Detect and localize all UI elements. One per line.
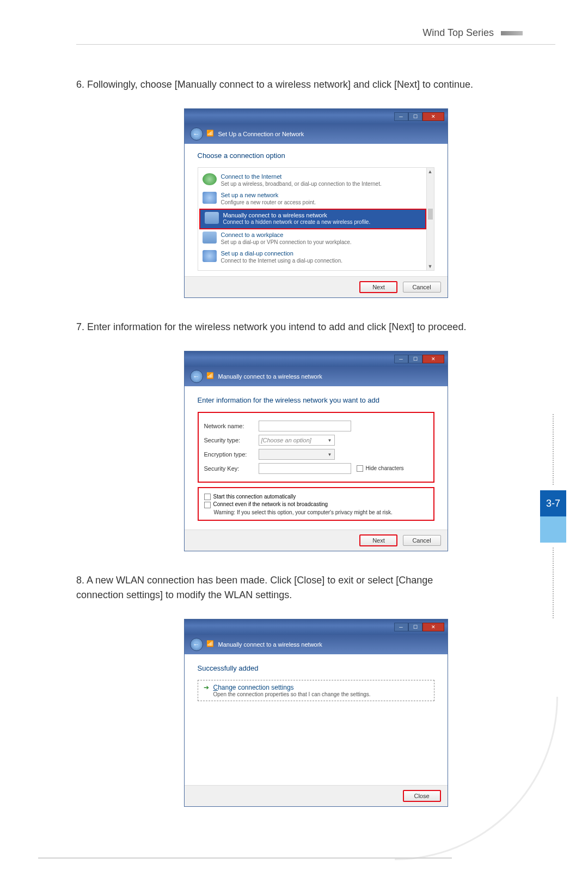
option-setup-network[interactable]: Set up a new network Configure a new rou…: [198, 190, 434, 208]
minimize-button[interactable]: ─: [394, 112, 408, 121]
check-auto-connect[interactable]: Start this connection automatically: [204, 494, 428, 500]
back-button[interactable]: ←: [190, 370, 203, 383]
option-title: Connect to a workplace: [221, 232, 352, 239]
label-network-name: Network name:: [204, 423, 259, 429]
wizard-title: Set Up a Connection or Network: [218, 131, 304, 137]
chevron-down-icon: ▼: [328, 452, 332, 457]
workplace-icon: [203, 232, 217, 244]
encryption-type-select[interactable]: ▼: [259, 449, 335, 460]
window-controls: ─ ☐ ✕: [394, 355, 444, 363]
window-titlebar: ─ ☐ ✕: [185, 351, 448, 367]
scroll-thumb[interactable]: [428, 209, 433, 220]
close-button-action[interactable]: Close: [403, 790, 441, 802]
maximize-button[interactable]: ☐: [408, 355, 422, 363]
step-6-num: 6.: [76, 79, 84, 90]
security-key-input[interactable]: [259, 463, 351, 474]
page-header: Wind Top Series: [0, 0, 588, 44]
page-number-tab: 3-7: [540, 490, 566, 516]
option-title: Set up a new network: [221, 192, 316, 199]
option-title: Set up a dial-up connection: [221, 250, 342, 258]
maximize-button[interactable]: ☐: [408, 112, 422, 121]
page-tab-accent: [540, 516, 566, 543]
wizard-title: Manually connect to a wireless network: [218, 373, 322, 380]
next-button[interactable]: Next: [359, 534, 397, 546]
minimize-button[interactable]: ─: [394, 623, 408, 631]
dialup-icon: [203, 250, 217, 262]
series-title: Wind Top Series: [422, 27, 494, 38]
minimize-button[interactable]: ─: [394, 355, 408, 363]
option-connect-internet[interactable]: Connect to the Internet Set up a wireles…: [198, 171, 434, 190]
arrow-right-icon: ➔: [204, 684, 209, 691]
router-icon: [203, 192, 217, 204]
scrollbar[interactable]: ▲ ▼: [426, 168, 434, 270]
step-7-num: 7.: [76, 321, 84, 332]
button-row: Close: [185, 785, 448, 806]
cancel-button[interactable]: Cancel: [403, 535, 441, 546]
next-button[interactable]: Next: [359, 281, 397, 293]
close-button[interactable]: ✕: [422, 112, 444, 121]
option-desc: Set up a dial-up or VPN connection to yo…: [221, 239, 352, 246]
step-8-num: 8.: [76, 575, 84, 586]
instruction-text: Choose a connection option: [198, 151, 434, 160]
button-row: Next Cancel: [185, 276, 448, 297]
close-button[interactable]: ✕: [422, 623, 444, 631]
wizard-header: ← 📶 Set Up a Connection or Network: [185, 124, 448, 144]
option-desc: Set up a wireless, broadband, or dial-up…: [221, 181, 382, 188]
option-dialup[interactable]: Set up a dial-up connection Connect to t…: [198, 248, 434, 266]
security-type-select[interactable]: [Choose an option] ▼: [259, 435, 335, 446]
network-icon: 📶: [206, 130, 215, 138]
warning-text: Warning: If you select this option, your…: [214, 509, 428, 515]
scroll-up-icon[interactable]: ▲: [427, 168, 434, 175]
back-button[interactable]: ←: [190, 127, 203, 141]
wizard-header: ← 📶 Manually connect to a wireless netwo…: [185, 635, 448, 654]
scroll-down-icon[interactable]: ▼: [427, 263, 434, 270]
button-row: Next Cancel: [185, 530, 448, 551]
window-controls: ─ ☐ ✕: [394, 623, 444, 631]
close-button[interactable]: ✕: [422, 355, 444, 363]
hide-characters-option[interactable]: Hide characters: [357, 465, 404, 472]
window-titlebar: ─ ☐ ✕: [185, 619, 448, 635]
cancel-button[interactable]: Cancel: [403, 282, 441, 293]
header-bar-icon: [501, 31, 523, 35]
step-6-text: Followingly, choose [Manually connect to…: [87, 79, 473, 90]
back-button[interactable]: ←: [190, 638, 203, 651]
instruction-text: Successfully added: [198, 664, 434, 672]
maximize-button[interactable]: ☐: [408, 623, 422, 631]
footer-rule: [38, 857, 452, 859]
option-desc: Connect to a hidden network or create a …: [223, 219, 371, 226]
link-desc: Open the connection properties so that I…: [213, 691, 371, 697]
step-8-text: A new WLAN connection has been made. Cli…: [76, 575, 433, 600]
checkbox-icon: [357, 465, 363, 472]
network-icon: 📶: [206, 640, 215, 649]
network-icon: 📶: [206, 372, 215, 381]
highlight-fields: Network name: Security type: [Choose an …: [198, 412, 434, 483]
wireless-icon: [205, 212, 219, 224]
label-security-type: Security type:: [204, 437, 259, 443]
step-7: 7. Enter information for the wireless ne…: [76, 320, 555, 334]
check-hidden-network[interactable]: Connect even if the network is not broad…: [204, 501, 428, 508]
checkbox-icon: [204, 494, 211, 500]
screenshot-8: ─ ☐ ✕ ← 📶 Manually connect to a wireless…: [184, 619, 448, 807]
row-encryption-type: Encryption type: ▼: [204, 449, 428, 460]
row-security-type: Security type: [Choose an option] ▼: [204, 435, 428, 446]
option-title: Manually connect to a wireless network: [223, 212, 371, 220]
row-network-name: Network name:: [204, 421, 428, 431]
dotted-line-icon: [553, 548, 554, 618]
screenshot-6: ─ ☐ ✕ ← 📶 Set Up a Connection or Network…: [184, 108, 448, 298]
checkbox-icon: [204, 502, 211, 508]
row-security-key: Security Key: Hide characters: [204, 463, 428, 474]
option-desc: Configure a new router or access point.: [221, 199, 316, 206]
option-desc: Connect to the Internet using a dial-up …: [221, 258, 342, 265]
link-title: Change connection settings: [213, 684, 371, 691]
window-controls: ─ ☐ ✕: [394, 112, 444, 121]
highlight-checks: Start this connection automatically Conn…: [198, 487, 434, 521]
change-settings-link[interactable]: ➔ Change connection settings Open the co…: [198, 680, 434, 701]
label-encryption-type: Encryption type:: [204, 451, 259, 458]
option-manual-wireless[interactable]: Manually connect to a wireless network C…: [199, 209, 426, 229]
step-8: 8. A new WLAN connection has been made. …: [76, 573, 555, 603]
step-6: 6. Followingly, choose [Manually connect…: [76, 77, 555, 92]
network-name-input[interactable]: [259, 421, 351, 431]
option-title: Connect to the Internet: [221, 173, 382, 181]
option-workplace[interactable]: Connect to a workplace Set up a dial-up …: [198, 229, 434, 248]
step-7-text: Enter information for the wireless netwo…: [87, 321, 466, 332]
